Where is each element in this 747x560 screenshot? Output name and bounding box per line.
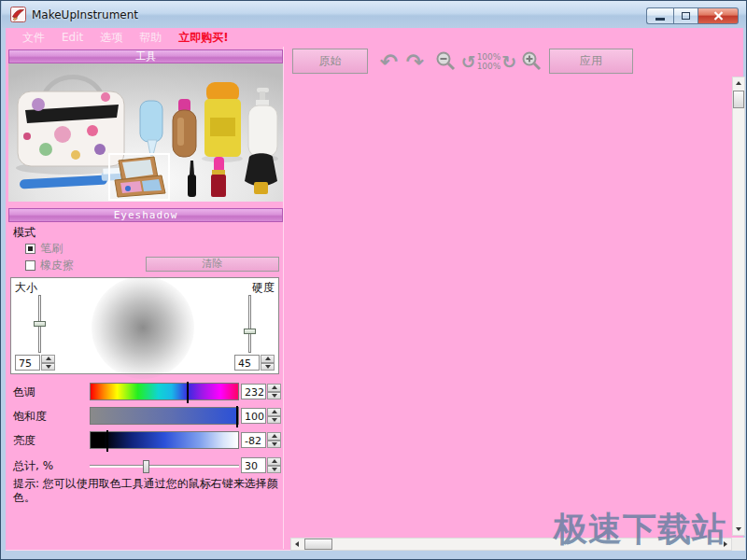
- redo-button[interactable]: ↷: [402, 49, 428, 74]
- vertical-scroll-thumb[interactable]: [733, 91, 744, 108]
- rotate-left-icon[interactable]: ↺: [461, 51, 476, 72]
- eraser-checkbox[interactable]: [25, 260, 35, 271]
- hardness-slider-track[interactable]: [248, 295, 251, 353]
- hardness-up-button[interactable]: [261, 355, 275, 363]
- hardness-slider-thumb[interactable]: [244, 329, 256, 334]
- hue-slider[interactable]: [90, 383, 239, 400]
- saturation-row: 饱和度 100: [13, 407, 281, 426]
- redo-icon: ↷: [406, 49, 424, 74]
- total-value[interactable]: 30: [241, 457, 266, 473]
- watermark: 极速下载站: [554, 507, 726, 553]
- hardness-label: 硬度: [252, 280, 275, 296]
- down-arrow-icon: [272, 442, 277, 446]
- apply-button[interactable]: 应用: [549, 49, 633, 74]
- brush-checkbox[interactable]: [25, 244, 35, 254]
- zoom-in-button[interactable]: [518, 49, 544, 74]
- size-up-button[interactable]: [41, 355, 55, 363]
- brush-mode-option[interactable]: 笔刷: [25, 241, 63, 257]
- maximize-button[interactable]: [673, 7, 698, 24]
- minimize-button[interactable]: [646, 7, 673, 24]
- menu-item-edit[interactable]: Edit: [53, 29, 92, 46]
- left-arrow-icon: [295, 541, 299, 547]
- clear-button[interactable]: 清除: [146, 257, 279, 272]
- total-up-button[interactable]: [267, 457, 281, 466]
- hue-value[interactable]: 232: [241, 384, 266, 399]
- panel-divider: [283, 47, 284, 549]
- hardness-slider[interactable]: [244, 295, 256, 353]
- hue-row: 色调 232: [13, 383, 281, 401]
- menu-item-options[interactable]: 选项: [92, 28, 131, 48]
- window-controls: [646, 7, 739, 24]
- hue-spinner-arrows: [267, 384, 281, 399]
- brightness-slider[interactable]: [90, 431, 239, 449]
- hardness-value[interactable]: 45: [234, 355, 260, 371]
- eyeshadow-panel-header: Eyeshadow: [8, 208, 283, 222]
- hardness-down-button[interactable]: [261, 363, 275, 371]
- menu-item-buy-now[interactable]: 立即购买!: [170, 28, 236, 48]
- tools-image: [8, 63, 283, 202]
- hue-down-button[interactable]: [267, 392, 281, 400]
- original-button[interactable]: 原始: [292, 49, 368, 74]
- total-down-button[interactable]: [267, 466, 281, 474]
- title-bar[interactable]: MakeUpInstrument: [2, 1, 746, 28]
- saturation-spinner: 100: [241, 408, 281, 424]
- undo-button[interactable]: ↶: [376, 49, 402, 74]
- total-spinner-arrows: [267, 457, 281, 473]
- scroll-down-button[interactable]: [733, 524, 744, 535]
- mode-label: 模式: [13, 225, 35, 241]
- scrollbar-corner: [732, 538, 745, 551]
- zoom-vertical-value: 100%: [477, 62, 501, 71]
- size-spinner: 75: [15, 355, 55, 371]
- minimize-icon: [655, 18, 665, 21]
- hue-up-button[interactable]: [267, 384, 281, 392]
- saturation-down-button[interactable]: [267, 416, 281, 425]
- size-slider[interactable]: [34, 295, 46, 353]
- hardness-spinner-arrows: [261, 355, 275, 371]
- menu-item-file[interactable]: 文件: [14, 28, 53, 48]
- hue-spinner: 232: [241, 384, 281, 399]
- maximize-icon: [682, 12, 690, 20]
- saturation-value[interactable]: 100: [241, 408, 266, 424]
- brightness-value[interactable]: -82: [241, 432, 266, 448]
- saturation-slider-marker[interactable]: [236, 406, 238, 427]
- brightness-down-button[interactable]: [267, 441, 281, 449]
- eraser-mode-option[interactable]: 橡皮擦: [25, 258, 74, 273]
- up-arrow-icon: [272, 459, 277, 463]
- down-arrow-icon: [736, 527, 741, 531]
- up-arrow-icon: [272, 385, 277, 389]
- horizontal-scroll-thumb[interactable]: [304, 539, 332, 550]
- up-arrow-icon: [272, 434, 277, 438]
- zoom-out-button[interactable]: [432, 49, 458, 74]
- down-arrow-icon: [46, 365, 51, 369]
- saturation-label: 饱和度: [13, 409, 47, 425]
- size-value[interactable]: 75: [15, 355, 40, 371]
- brightness-slider-marker[interactable]: [106, 430, 108, 452]
- tools-panel-header: 工具: [8, 49, 283, 63]
- saturation-spinner-arrows: [267, 408, 281, 424]
- rotate-zoom-group: ↺ 100% 100% ↻: [460, 49, 517, 74]
- vertical-scrollbar[interactable]: [732, 77, 745, 536]
- tool-yellow-jar[interactable]: [204, 82, 241, 157]
- saturation-up-button[interactable]: [267, 408, 281, 416]
- brush-preview-panel: 大小 硬度 75 45: [10, 277, 279, 374]
- total-slider[interactable]: [90, 465, 239, 468]
- saturation-slider[interactable]: [90, 407, 239, 425]
- scroll-up-button[interactable]: [733, 77, 744, 89]
- menu-item-help[interactable]: 帮助: [131, 28, 170, 48]
- rotate-right-icon[interactable]: ↻: [501, 51, 516, 72]
- total-label: 总计, %: [13, 458, 53, 474]
- up-arrow-icon: [265, 357, 271, 360]
- up-arrow-icon: [46, 357, 51, 360]
- total-slider-thumb[interactable]: [143, 460, 149, 473]
- app-window: MakeUpInstrument 文件 Edit 选项 帮助 立即购买! 工具: [0, 0, 747, 560]
- brightness-up-button[interactable]: [267, 432, 281, 441]
- close-button[interactable]: [698, 7, 739, 24]
- scroll-left-button[interactable]: [291, 539, 303, 550]
- size-slider-thumb[interactable]: [34, 321, 46, 327]
- total-row: 总计, % 30: [13, 456, 281, 475]
- hardness-spinner: 45: [234, 355, 275, 371]
- hue-label: 色调: [13, 385, 35, 400]
- size-label: 大小: [15, 280, 37, 296]
- hue-slider-marker[interactable]: [187, 382, 189, 403]
- size-down-button[interactable]: [41, 363, 55, 371]
